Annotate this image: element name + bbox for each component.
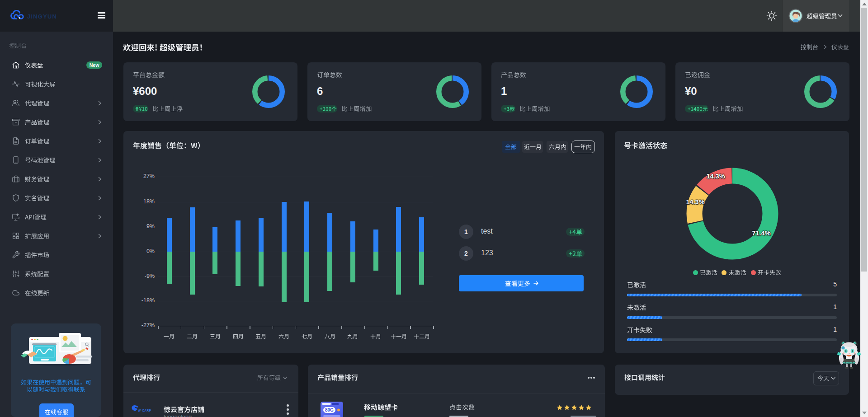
svg-text:W-CARP: W-CARP: [138, 409, 151, 412]
svg-text:80G: 80G: [325, 408, 334, 412]
